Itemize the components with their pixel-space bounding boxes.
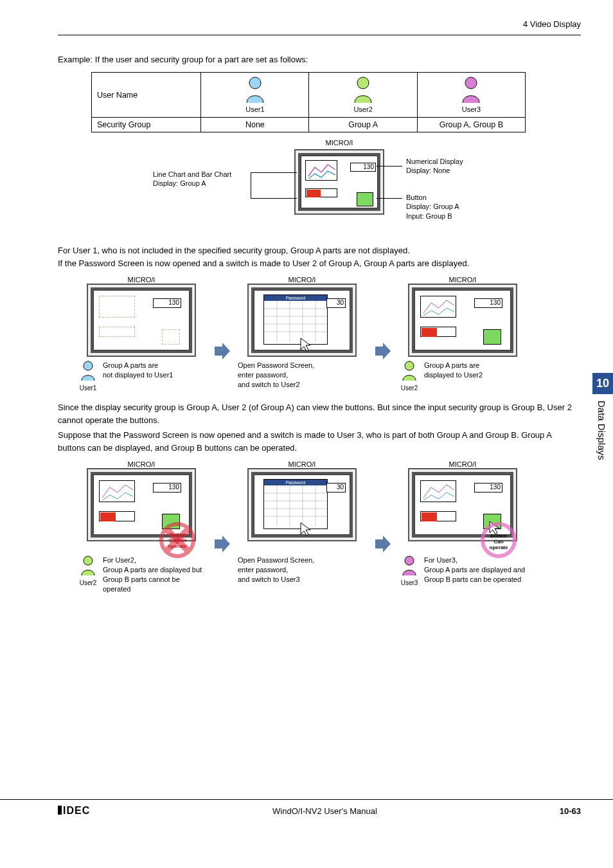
right-callout-1: Numerical Display Display: None	[406, 157, 463, 176]
svg-marker-17	[215, 536, 230, 552]
s2-title3: MICRO/I	[398, 460, 527, 468]
header-section: 4 Video Display	[523, 19, 581, 29]
sequence-1: MICRO/I 130 User1 Group A parts are not …	[77, 276, 581, 392]
svg-marker-4	[215, 343, 230, 359]
s1-screen2: Password 30	[247, 284, 357, 357]
user3-name: User3	[423, 105, 520, 113]
user1-name: User1	[206, 105, 303, 113]
numeric-display: 130	[350, 163, 376, 172]
arrow-icon	[374, 343, 391, 361]
pw-label: Password	[264, 295, 327, 301]
s2-pwnum: 30	[326, 483, 346, 493]
s1-title3: MICRO/I	[398, 276, 527, 284]
s1-screen1: 130	[87, 284, 196, 357]
svg-point-15	[405, 361, 414, 370]
svg-point-2	[465, 77, 477, 89]
svg-marker-26	[301, 523, 310, 536]
svg-point-3	[84, 361, 93, 370]
s2-cap3a: For User3,	[424, 556, 527, 565]
footer-title: WindO/I-NV2 User's Manual	[272, 806, 377, 816]
user2-icon	[352, 77, 374, 104]
user2-cell: User2	[309, 73, 417, 118]
left-callout-2: Display: Group A	[153, 179, 231, 188]
svg-point-1	[357, 77, 369, 89]
row-label-username: User Name	[92, 73, 201, 118]
s2-cap3c: Group B parts can be operated	[424, 575, 527, 584]
s1-cap2b: enter password,	[238, 370, 366, 380]
r2a: Button	[406, 193, 459, 202]
left-callout: Line Chart and Bar Chart Display: Group …	[153, 170, 231, 188]
s1-user1-icon	[80, 361, 96, 381]
s2-user2-icon	[80, 556, 96, 576]
pw-label2: Password	[264, 480, 327, 485]
group3: Group A, Group B	[417, 118, 525, 132]
para1b: If the Password Screen is now opened and…	[58, 257, 581, 270]
user1-cell: User1	[201, 73, 309, 118]
s2-title2: MICRO/I	[238, 460, 366, 468]
s1-cap1a: Group A parts are	[103, 361, 206, 370]
s2-user3-icon	[401, 556, 418, 576]
chapter-number: 10	[592, 373, 613, 394]
brand-logo: IDEC	[58, 805, 90, 817]
svg-marker-27	[375, 536, 391, 552]
r2c: Input: Group B	[406, 212, 459, 221]
para2a: Since the display security group is Grou…	[58, 401, 581, 426]
svg-marker-13	[301, 338, 310, 351]
bar-chart-icon	[306, 190, 321, 197]
s2-user2: User2	[77, 579, 99, 588]
s1-user1: User1	[77, 384, 99, 393]
row-label-group: Security Group	[92, 118, 201, 132]
arrow-icon	[213, 536, 230, 554]
s1-num1: 130	[153, 298, 181, 308]
left-callout-1: Line Chart and Bar Chart	[153, 170, 231, 179]
s2-cap1c: Group B parts cannot be operated	[103, 575, 206, 594]
s2-cap2a: Open Password Screen,	[238, 556, 366, 565]
sequence-2: MICRO/I 130 Button Cannot operate User2	[77, 460, 581, 593]
para2b: Suppose that the Password Screen is now …	[58, 429, 581, 454]
chapter-tab: 10 Data Displays	[592, 373, 613, 467]
page-number: 10-63	[560, 806, 581, 816]
micro-label: MICRO/I	[294, 139, 384, 147]
para1a: For User 1, who is not included in the s…	[58, 244, 581, 257]
s1-screen3: 130	[408, 284, 517, 357]
s2-cap3b: Group A parts are displayed and	[424, 565, 527, 575]
intro-text: Example: If the user and security group …	[58, 55, 581, 64]
svg-point-0	[249, 77, 261, 89]
group1: None	[201, 118, 309, 132]
line-chart-icon	[306, 161, 338, 181]
s2-cap2b: enter password,	[238, 565, 366, 575]
footer: IDEC WindO/I-NV2 User's Manual 10-63	[0, 799, 613, 829]
s1-num3: 130	[474, 298, 502, 308]
badge-can-b: Can operate	[486, 539, 511, 551]
user2-name: User2	[314, 105, 411, 113]
header-rule	[58, 35, 581, 35]
s1-user2-icon	[401, 361, 418, 381]
s1-user2: User2	[398, 384, 420, 393]
r2b: Display: Group A	[406, 202, 459, 211]
cursor-icon	[299, 337, 312, 352]
arrow-icon	[213, 343, 230, 361]
s2-title1: MICRO/I	[77, 460, 206, 468]
s2-user3: User3	[398, 579, 420, 588]
s2-num1: 130	[153, 483, 181, 493]
r1b: Display: None	[406, 166, 463, 175]
s2-num3: 130	[474, 483, 502, 493]
s1-pwnum: 30	[326, 298, 346, 308]
r1a: Numerical Display	[406, 157, 463, 166]
brand-text: IDEC	[63, 805, 90, 816]
s1-cap2a: Open Password Screen,	[238, 361, 366, 370]
user3-cell: User3	[417, 73, 525, 118]
cursor-icon	[299, 521, 312, 537]
diagram-main: MICRO/I 130 Line Chart and Bar Chart Dis…	[91, 139, 581, 242]
s1-cap3b: displayed to User2	[424, 370, 527, 380]
s2-cap1b: Group A parts are displayed but	[103, 565, 206, 575]
security-table: User Name User1 User2	[91, 72, 526, 132]
s2-screen2: Password 30	[247, 468, 357, 541]
badge-cannot-b: Cannot operate	[163, 538, 191, 550]
s1-cap2c: and switch to User2	[238, 380, 366, 390]
svg-point-16	[84, 556, 93, 565]
s1-title1: MICRO/I	[77, 276, 206, 284]
s1-title2: MICRO/I	[238, 276, 366, 284]
s2-cap2c: and switch to User3	[238, 575, 366, 584]
s1-cap1b: not displayed to User1	[103, 370, 206, 380]
